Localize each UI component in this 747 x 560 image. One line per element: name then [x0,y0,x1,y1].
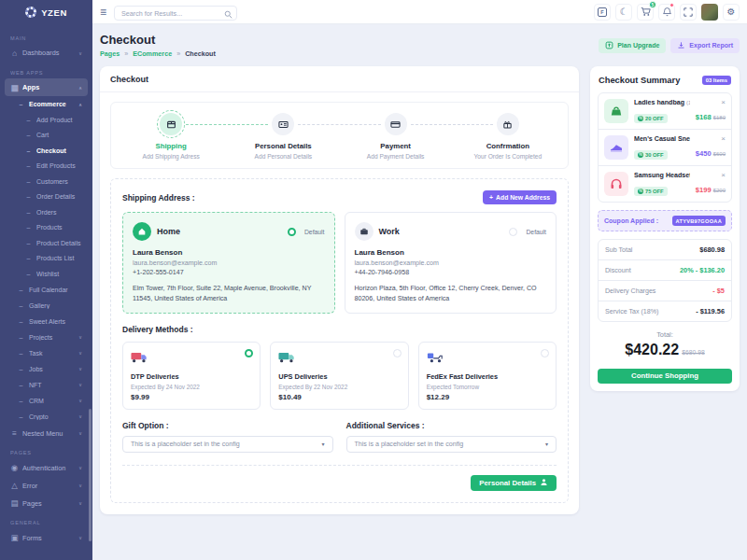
address-card-work[interactable]: Work Default Laura Benson laura.benson@e… [345,212,557,314]
settings-button[interactable]: ⚙ [723,4,740,21]
sidebar-item[interactable]: – Jobs ∨ [5,361,88,377]
sidebar-item[interactable]: ▣ Forms ∨ [5,529,88,547]
chevron-icon: ∨ [78,382,82,387]
sidebar-item[interactable]: ⌂ Dashboards ∨ [5,44,88,62]
sidebar-nav: MAIN ⌂ Dashboards ∨ WEB APPS ▦ Apps ∧ – … [0,24,92,547]
sidebar-item-label: Orders [36,209,82,216]
search-icon[interactable] [224,6,233,22]
sidebar-item[interactable]: – Add Product [5,112,88,128]
breadcrumb-pages[interactable]: Pages [100,49,120,58]
delivery-option-dtp[interactable]: DTP Deliveries Expected By 24 Nov 2022 $… [122,342,261,410]
step-confirmation[interactable]: Confrmation Your Order Is Completed [452,113,564,160]
chevron-icon: ∨ [78,465,82,470]
search-input[interactable] [114,6,237,21]
sidebar-item-icon: – [17,366,25,372]
chevron-icon: ∧ [78,85,82,91]
breadcrumb: Pages » ECommerce » Checkout [100,49,216,58]
sidebar-item[interactable]: – Customers [5,174,88,189]
sidebar-item[interactable]: – Wishlist [5,266,88,282]
continue-shopping-button[interactable]: Continue Shopping [598,369,732,384]
additional-services-select[interactable]: This is a placeholder set in the config … [346,436,557,453]
delivery-option-ups[interactable]: UPS Deliveries Expected By 22 Nov 2022 $… [270,342,408,410]
notifications-button[interactable] [658,4,675,21]
sidebar-item[interactable]: ▤ Pages ∨ [5,495,88,512]
delivery-radio-selected[interactable] [245,349,253,357]
sidebar-item-label: Checkout [36,147,82,154]
step-shipping[interactable]: Shipping Add Shipping Adress [115,113,227,160]
language-icon: F [598,7,607,17]
sidebar-item-label: Products [36,224,82,231]
sidebar-item[interactable]: – Full Calendar [5,282,88,298]
sidebar-item[interactable]: – Projects ∨ [5,329,88,345]
cart-button[interactable]: 5 [637,4,654,21]
delivery-radio[interactable] [541,349,549,357]
sidebar-item-label: GENERAL [10,520,82,525]
sidebar-item[interactable]: – Gallery [5,298,88,314]
coupon-code-badge[interactable]: ATYVB97GOOAA [672,216,726,226]
sidebar-item[interactable]: △ Error ∨ [5,477,88,495]
sidebar-item[interactable]: – Crypto ∨ [5,409,88,425]
sidebar-item[interactable]: – Task ∨ [5,345,88,361]
sidebar-item[interactable]: – Products [5,220,88,236]
step-personal-details[interactable]: Personal Details Add Personal Details [227,113,339,160]
recipient-email: laura.benson@example.com [355,259,547,267]
default-radio[interactable] [509,228,517,236]
hamburger-menu-icon[interactable]: ≡ [100,7,106,18]
sidebar-item-icon: ◉ [10,463,19,472]
headset-thumbnail[interactable] [604,172,628,196]
sidebar-item[interactable]: – Ecommerce ∧ [5,96,88,112]
total-old-amount: $680.98 [682,349,705,356]
sidebar-item[interactable]: – Checkout [5,143,88,159]
delivery-radio[interactable] [393,349,402,357]
scooter-icon [427,350,444,366]
sidebar-item-icon: – [24,224,33,231]
sidebar-item[interactable]: – Cart [5,128,88,144]
sidebar-item[interactable]: PAGES [5,447,88,459]
gift-option-select[interactable]: This is a placeholder set in the config … [122,436,333,453]
handbag-thumbnail[interactable] [604,99,628,123]
step-payment[interactable]: Payment Add Payment Details [340,113,452,160]
sneakers-thumbnail[interactable] [604,135,628,160]
remove-item-button[interactable]: × [721,172,726,179]
delivery-option-fedex[interactable]: FedEx Fast Deliveries Expected Tomorrow … [418,342,557,410]
sidebar-item[interactable]: – Orders [5,204,88,220]
sidebar-item[interactable]: – CRM ∨ [5,393,88,409]
add-new-address-button[interactable]: + Add New Address [483,190,557,204]
person-icon [540,478,548,488]
sidebar-item[interactable]: ≡ Nested Menu ∨ [5,425,88,442]
breadcrumb-ecommerce[interactable]: ECommerce [133,49,172,58]
sidebar-item[interactable]: WEB APPS [5,66,88,78]
sidebar-item[interactable]: – Edit Products [5,159,88,175]
chevron-icon: ∨ [78,398,82,403]
fullscreen-button[interactable] [680,4,697,21]
export-report-button[interactable]: Export Report [670,38,740,53]
sidebar-item[interactable]: ◉ Authentication ∨ [5,459,88,477]
remove-item-button[interactable]: × [721,135,726,143]
language-button[interactable]: F [594,4,611,21]
plan-upgrade-button[interactable]: Plan Upgrade [599,38,666,53]
breadcrumb-separator: » [176,49,180,58]
download-icon [677,41,685,50]
sidebar-item[interactable]: GENERAL [5,517,88,529]
sidebar-item-label: Projects [29,334,75,341]
sidebar-item[interactable]: – Order Details [5,189,88,205]
default-radio-selected[interactable] [288,228,296,236]
sidebar-item[interactable]: – Products List [5,251,88,267]
page-title: Checkout [100,33,216,47]
remove-item-button[interactable]: × [721,99,726,106]
moon-icon: ☾ [620,7,628,17]
sidebar-item[interactable]: – NFT ∨ [5,377,88,393]
personal-details-next-button[interactable]: Personal Details [471,475,557,491]
sidebar-item[interactable]: ▦ Apps ∧ [5,78,88,96]
dark-mode-button[interactable]: ☾ [615,4,632,21]
brand-logo[interactable]: YZEN [0,0,92,24]
page-actions: Plan Upgrade Export Report [599,38,740,53]
sidebar-item-icon: △ [10,481,19,490]
address-card-home[interactable]: Home Default Laura Benson laura.benson@e… [122,212,335,314]
sidebar-item[interactable]: – Product Details [5,235,88,251]
sidebar-item[interactable]: MAIN [5,32,88,44]
sidebar-item[interactable]: – Sweet Alerts [5,314,88,329]
sidebar-scrollbar[interactable] [89,409,92,541]
content-row: Checkout Shipping Add Shipping Adress Pe… [100,66,740,514]
user-avatar[interactable] [701,4,718,21]
